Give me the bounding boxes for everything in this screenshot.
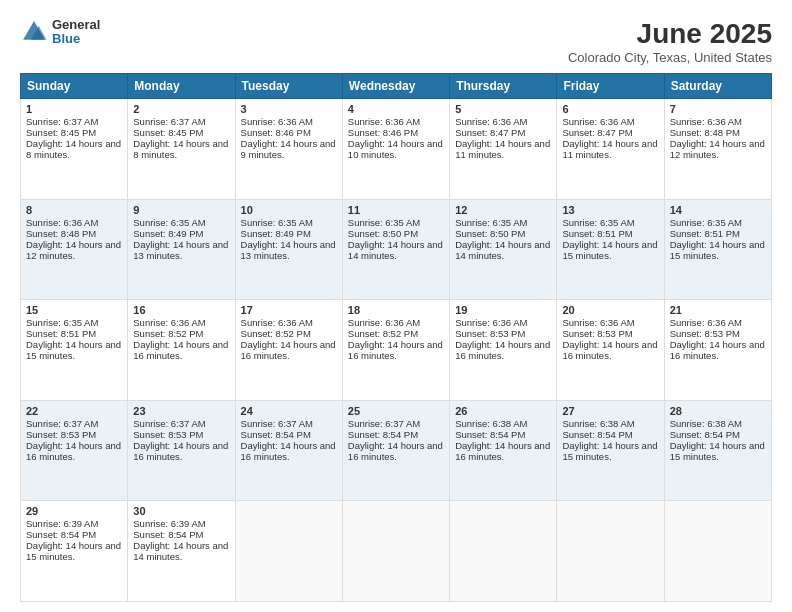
list-item: 8 Sunrise: 6:36 AMSunset: 8:48 PMDayligh… <box>21 199 128 300</box>
list-item: 12 Sunrise: 6:35 AMSunset: 8:50 PMDaylig… <box>450 199 557 300</box>
logo: General Blue <box>20 18 100 47</box>
list-item <box>664 501 771 602</box>
col-saturday: Saturday <box>664 74 771 99</box>
list-item <box>342 501 449 602</box>
table-row: 22 Sunrise: 6:37 AMSunset: 8:53 PMDaylig… <box>21 400 772 501</box>
list-item: 15 Sunrise: 6:35 AMSunset: 8:51 PMDaylig… <box>21 300 128 401</box>
day-number: 14 <box>670 204 766 216</box>
day-number: 12 <box>455 204 551 216</box>
day-number: 19 <box>455 304 551 316</box>
logo-blue: Blue <box>52 32 100 46</box>
col-sunday: Sunday <box>21 74 128 99</box>
day-number: 7 <box>670 103 766 115</box>
day-number: 1 <box>26 103 122 115</box>
day-number: 16 <box>133 304 229 316</box>
list-item: 25 Sunrise: 6:37 AMSunset: 8:54 PMDaylig… <box>342 400 449 501</box>
list-item: 23 Sunrise: 6:37 AMSunset: 8:53 PMDaylig… <box>128 400 235 501</box>
table-row: 1 Sunrise: 6:37 AMSunset: 8:45 PMDayligh… <box>21 99 772 200</box>
list-item: 14 Sunrise: 6:35 AMSunset: 8:51 PMDaylig… <box>664 199 771 300</box>
day-number: 22 <box>26 405 122 417</box>
day-number: 18 <box>348 304 444 316</box>
list-item: 1 Sunrise: 6:37 AMSunset: 8:45 PMDayligh… <box>21 99 128 200</box>
list-item: 6 Sunrise: 6:36 AMSunset: 8:47 PMDayligh… <box>557 99 664 200</box>
list-item: 13 Sunrise: 6:35 AMSunset: 8:51 PMDaylig… <box>557 199 664 300</box>
list-item: 18 Sunrise: 6:36 AMSunset: 8:52 PMDaylig… <box>342 300 449 401</box>
day-number: 28 <box>670 405 766 417</box>
list-item: 19 Sunrise: 6:36 AMSunset: 8:53 PMDaylig… <box>450 300 557 401</box>
table-row: 29 Sunrise: 6:39 AMSunset: 8:54 PMDaylig… <box>21 501 772 602</box>
list-item: 27 Sunrise: 6:38 AMSunset: 8:54 PMDaylig… <box>557 400 664 501</box>
list-item: 20 Sunrise: 6:36 AMSunset: 8:53 PMDaylig… <box>557 300 664 401</box>
list-item <box>450 501 557 602</box>
list-item: 2 Sunrise: 6:37 AMSunset: 8:45 PMDayligh… <box>128 99 235 200</box>
day-number: 5 <box>455 103 551 115</box>
logo-general: General <box>52 18 100 32</box>
table-row: 15 Sunrise: 6:35 AMSunset: 8:51 PMDaylig… <box>21 300 772 401</box>
list-item: 21 Sunrise: 6:36 AMSunset: 8:53 PMDaylig… <box>664 300 771 401</box>
list-item: 9 Sunrise: 6:35 AMSunset: 8:49 PMDayligh… <box>128 199 235 300</box>
day-number: 11 <box>348 204 444 216</box>
calendar-table: Sunday Monday Tuesday Wednesday Thursday… <box>20 73 772 602</box>
day-number: 27 <box>562 405 658 417</box>
day-number: 15 <box>26 304 122 316</box>
header-row: Sunday Monday Tuesday Wednesday Thursday… <box>21 74 772 99</box>
col-monday: Monday <box>128 74 235 99</box>
day-number: 26 <box>455 405 551 417</box>
day-number: 10 <box>241 204 337 216</box>
list-item: 5 Sunrise: 6:36 AMSunset: 8:47 PMDayligh… <box>450 99 557 200</box>
list-item: 26 Sunrise: 6:38 AMSunset: 8:54 PMDaylig… <box>450 400 557 501</box>
month-title: June 2025 <box>568 18 772 50</box>
list-item: 16 Sunrise: 6:36 AMSunset: 8:52 PMDaylig… <box>128 300 235 401</box>
day-number: 6 <box>562 103 658 115</box>
day-number: 30 <box>133 505 229 517</box>
logo-text: General Blue <box>52 18 100 47</box>
list-item: 17 Sunrise: 6:36 AMSunset: 8:52 PMDaylig… <box>235 300 342 401</box>
logo-icon <box>20 18 48 46</box>
header: General Blue June 2025 Colorado City, Te… <box>20 18 772 65</box>
list-item: 29 Sunrise: 6:39 AMSunset: 8:54 PMDaylig… <box>21 501 128 602</box>
day-number: 4 <box>348 103 444 115</box>
list-item: 30 Sunrise: 6:39 AMSunset: 8:54 PMDaylig… <box>128 501 235 602</box>
table-row: 8 Sunrise: 6:36 AMSunset: 8:48 PMDayligh… <box>21 199 772 300</box>
list-item <box>557 501 664 602</box>
day-number: 3 <box>241 103 337 115</box>
list-item: 28 Sunrise: 6:38 AMSunset: 8:54 PMDaylig… <box>664 400 771 501</box>
title-block: June 2025 Colorado City, Texas, United S… <box>568 18 772 65</box>
day-number: 25 <box>348 405 444 417</box>
day-number: 17 <box>241 304 337 316</box>
list-item: 3 Sunrise: 6:36 AMSunset: 8:46 PMDayligh… <box>235 99 342 200</box>
list-item: 4 Sunrise: 6:36 AMSunset: 8:46 PMDayligh… <box>342 99 449 200</box>
col-thursday: Thursday <box>450 74 557 99</box>
list-item: 10 Sunrise: 6:35 AMSunset: 8:49 PMDaylig… <box>235 199 342 300</box>
day-number: 9 <box>133 204 229 216</box>
day-number: 20 <box>562 304 658 316</box>
list-item: 7 Sunrise: 6:36 AMSunset: 8:48 PMDayligh… <box>664 99 771 200</box>
day-number: 8 <box>26 204 122 216</box>
col-tuesday: Tuesday <box>235 74 342 99</box>
day-number: 2 <box>133 103 229 115</box>
day-number: 13 <box>562 204 658 216</box>
list-item: 22 Sunrise: 6:37 AMSunset: 8:53 PMDaylig… <box>21 400 128 501</box>
day-number: 24 <box>241 405 337 417</box>
day-number: 23 <box>133 405 229 417</box>
list-item: 11 Sunrise: 6:35 AMSunset: 8:50 PMDaylig… <box>342 199 449 300</box>
page: General Blue June 2025 Colorado City, Te… <box>0 0 792 612</box>
col-wednesday: Wednesday <box>342 74 449 99</box>
day-number: 21 <box>670 304 766 316</box>
list-item <box>235 501 342 602</box>
day-number: 29 <box>26 505 122 517</box>
list-item: 24 Sunrise: 6:37 AMSunset: 8:54 PMDaylig… <box>235 400 342 501</box>
col-friday: Friday <box>557 74 664 99</box>
location: Colorado City, Texas, United States <box>568 50 772 65</box>
